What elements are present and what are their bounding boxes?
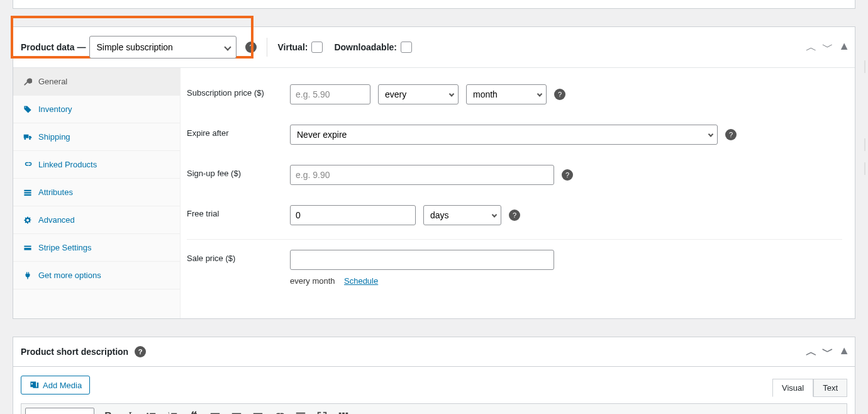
help-icon[interactable]: ? — [135, 346, 146, 357]
short-description-header: Product short description ? ︿ ﹀ ▲ — [13, 337, 855, 367]
align-left-button[interactable] — [208, 409, 223, 414]
bold-button[interactable]: B — [101, 409, 116, 414]
toggle-panel-icon[interactable]: ▲ — [838, 344, 850, 359]
product-data-header: Product data — Simple subscription ? Vir… — [13, 27, 855, 68]
move-up-icon[interactable]: ︿ — [806, 40, 817, 55]
free-trial-input[interactable] — [290, 205, 416, 225]
general-tab-content: Subscription price ($) every month — [181, 68, 855, 318]
scrollbar-rail — [864, 60, 865, 73]
billing-period-select[interactable]: month — [466, 84, 547, 104]
expire-after-select[interactable]: Never expire — [290, 125, 718, 145]
tab-attributes[interactable]: Attributes — [13, 179, 180, 206]
help-icon[interactable]: ? — [245, 42, 257, 53]
expire-after-label: Expire after — [187, 125, 290, 138]
list-icon — [23, 188, 32, 197]
scrollbar-rail — [864, 162, 865, 175]
tab-general[interactable]: General — [13, 68, 180, 96]
add-media-button[interactable]: Add Media — [21, 376, 90, 394]
short-description-title: Product short description — [21, 347, 128, 357]
move-up-icon[interactable]: ︿ — [806, 344, 817, 359]
virtual-checkbox[interactable] — [311, 42, 323, 53]
sale-price-label: Sale price ($) — [187, 250, 290, 263]
tab-label: Advanced — [38, 215, 75, 225]
tab-label: Stripe Settings — [38, 243, 92, 252]
downloadable-checkbox[interactable] — [401, 42, 412, 53]
signup-fee-input[interactable] — [290, 165, 554, 185]
tab-label: Attributes — [38, 187, 73, 197]
subscription-price-input[interactable] — [290, 84, 370, 104]
scrollbar-rail — [864, 138, 865, 151]
italic-button[interactable]: I — [122, 409, 137, 414]
move-down-icon[interactable]: ﹀ — [822, 40, 833, 55]
billing-interval-select[interactable]: every — [378, 84, 459, 104]
numbered-list-button[interactable]: 123 — [165, 409, 180, 414]
svg-text:1: 1 — [168, 411, 170, 414]
insert-link-button[interactable] — [272, 409, 287, 414]
schedule-link[interactable]: Schedule — [344, 276, 378, 286]
card-icon — [23, 243, 32, 252]
paragraph-format-select[interactable]: Paragraph — [25, 408, 94, 414]
gear-icon — [23, 216, 32, 225]
toggle-panel-icon[interactable]: ▲ — [838, 40, 850, 55]
signup-fee-label: Sign-up fee ($) — [187, 165, 290, 178]
free-trial-label: Free trial — [187, 205, 290, 218]
tab-inventory[interactable]: Inventory — [13, 96, 180, 123]
plug-icon — [23, 271, 32, 280]
truck-icon — [23, 133, 32, 142]
help-icon[interactable]: ? — [554, 89, 565, 100]
svg-rect-24 — [296, 413, 305, 414]
tag-icon — [23, 105, 32, 114]
virtual-label: Virtual: — [277, 42, 308, 52]
tab-get-more-options[interactable]: Get more options — [13, 262, 180, 289]
tab-stripe-settings[interactable]: Stripe Settings — [13, 234, 180, 262]
tab-label: Linked Products — [38, 160, 97, 169]
tab-label: Get more options — [38, 271, 101, 280]
tab-label: General — [38, 77, 67, 86]
bulleted-list-button[interactable] — [143, 409, 159, 414]
sale-price-note: every month — [290, 276, 335, 286]
tab-label: Inventory — [38, 104, 72, 114]
blockquote-button[interactable]: ❝ — [186, 409, 201, 414]
tab-linked-products[interactable]: Linked Products — [13, 151, 180, 179]
insert-more-button[interactable] — [293, 409, 308, 414]
help-icon[interactable]: ? — [509, 210, 520, 221]
add-media-label: Add Media — [43, 381, 82, 390]
tab-shipping[interactable]: Shipping — [13, 123, 180, 151]
tab-label: Shipping — [38, 132, 70, 142]
short-description-panel: Product short description ? ︿ ﹀ ▲ Add Me… — [13, 337, 855, 414]
divider — [267, 38, 267, 57]
link-icon — [23, 160, 32, 169]
free-trial-period-select[interactable]: days — [423, 205, 501, 225]
media-icon — [29, 380, 39, 390]
previous-panel-stub — [13, 0, 855, 9]
toolbar-toggle-button[interactable] — [336, 409, 351, 414]
move-down-icon[interactable]: ﹀ — [822, 344, 833, 359]
tab-advanced[interactable]: Advanced — [13, 206, 180, 234]
visual-tab[interactable]: Visual — [772, 379, 813, 397]
help-icon[interactable]: ? — [562, 169, 573, 181]
product-type-select[interactable]: Simple subscription — [89, 36, 236, 59]
code-button[interactable]: <>▾ — [357, 409, 372, 414]
fullscreen-button[interactable] — [314, 409, 330, 414]
downloadable-label: Downloadable: — [334, 42, 397, 52]
help-icon[interactable]: ? — [725, 129, 737, 140]
product-data-title: Product data — — [21, 42, 86, 52]
subscription-price-label: Subscription price ($) — [187, 84, 290, 98]
align-right-button[interactable] — [250, 409, 265, 414]
text-tab[interactable]: Text — [813, 379, 847, 397]
product-data-tabs: General Inventory Shipping — [13, 68, 181, 318]
align-center-button[interactable] — [229, 409, 244, 414]
product-data-panel: Product data — Simple subscription ? Vir… — [13, 26, 855, 319]
editor-mode-tabs: Visual Text — [772, 379, 847, 397]
sale-price-input[interactable] — [290, 250, 554, 270]
editor-toolbar: Paragraph B I 123 ❝ — [21, 403, 847, 414]
wrench-icon — [23, 77, 32, 86]
